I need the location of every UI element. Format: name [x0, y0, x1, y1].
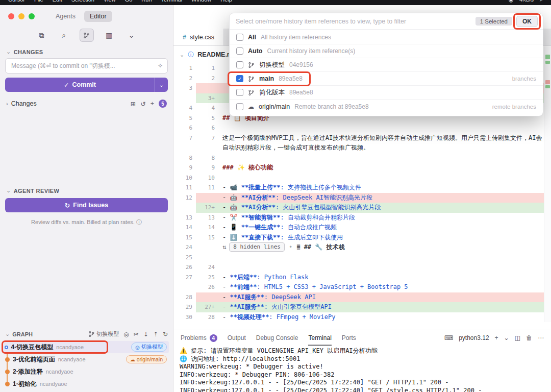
ref-badge[interactable]: ☁origin/main — [126, 355, 167, 363]
quickpick-item--[interactable]: 切换模型04e9156 — [230, 58, 543, 72]
quickpick-item--[interactable]: 简化版本89ea5e8 — [230, 86, 543, 100]
old-line-number: 27 — [173, 273, 196, 283]
checkbox[interactable] — [236, 47, 243, 55]
refresh-icon[interactable]: ↻ — [163, 331, 168, 338]
menu-item-file[interactable]: File — [34, 0, 43, 3]
current-branch-indicator[interactable]: 切换模型 — [88, 330, 119, 338]
commit-dropdown-button[interactable]: ⌄ — [155, 78, 168, 92]
changes-section-header[interactable]: ⌄ CHANGES — [0, 46, 173, 57]
checkbox[interactable] — [236, 34, 243, 41]
hidden-lines-pill[interactable]: 8 hidden lines — [229, 242, 285, 252]
source-control-icon[interactable] — [80, 29, 94, 42]
terminal-dropdown-icon[interactable]: ⌄ — [504, 334, 509, 341]
quickpick-item-all[interactable]: AllAll history item references — [230, 31, 543, 44]
terminal-output[interactable]: ⚠️ 提示: 请设置环境变量 VOLCENGINE_API_KEY 以启用AI分… — [173, 346, 551, 392]
maximize-window-button[interactable] — [29, 13, 35, 19]
commit-row[interactable]: 4-切换豆包模型ncandyaoe◎切换模型 — [3, 341, 169, 353]
commit-row[interactable]: 2-添加注释ncandyaoe — [3, 365, 169, 378]
commit-row[interactable]: 3-优化前端页面ncandyaoe☁origin/main — [3, 353, 169, 365]
quickpick-filter-input[interactable] — [235, 17, 471, 26]
quickpick-item-origin-main[interactable]: ☁origin/mainRemote branch at 89ea5e8remo… — [230, 100, 543, 113]
menu-item-help[interactable]: Help — [220, 0, 232, 3]
ok-button[interactable]: OK — [516, 16, 538, 27]
new-line-number: 11 — [196, 183, 218, 193]
git-branch-icon — [248, 62, 255, 68]
kill-terminal-icon[interactable]: 🗑 — [526, 334, 532, 341]
shell-label[interactable]: python3.12 — [459, 334, 489, 341]
menu-item-cursor[interactable]: Cursor — [8, 0, 25, 3]
extensions-box-icon[interactable]: ⧉ — [35, 29, 49, 42]
push-icon[interactable]: ⇡ — [153, 331, 158, 338]
checkbox[interactable]: ✓ — [236, 75, 243, 82]
menu-item-go[interactable]: Go — [125, 0, 133, 3]
commit-button[interactable]: ✓ Commit ⌄ — [5, 78, 168, 92]
group-label: remote branches — [492, 104, 536, 110]
window-titlebar: AgentsEditor — [0, 5, 173, 28]
agent-review-section-header[interactable]: ⌄ AGENT REVIEW — [0, 185, 173, 196]
menu-item-view[interactable]: View — [104, 0, 116, 3]
panel-tab-output[interactable]: Output — [228, 330, 246, 346]
ref-badge[interactable]: ◎切换模型 — [131, 342, 167, 352]
graph-actions: ◎✂⇣⇡↻ — [123, 331, 168, 338]
menu-item-selection[interactable]: Selection — [71, 0, 94, 3]
chevron-down-icon[interactable]: ⌄ — [124, 29, 139, 42]
minimize-window-button[interactable] — [18, 13, 24, 19]
close-window-button[interactable] — [8, 13, 14, 19]
more-actions-icon[interactable]: ⋯ — [538, 334, 544, 341]
old-line-number: 7 — [173, 133, 196, 153]
quickpick-item-main[interactable]: ✓main89ea5e8branches — [230, 72, 543, 86]
spotlight-icon[interactable]: ⌕ — [540, 0, 543, 3]
new-line-number: 13 — [196, 213, 218, 223]
panel-tab-debug-console[interactable]: Debug Console — [256, 330, 298, 346]
terminal-line: ⚠️ 提示: 请设置环境变量 VOLCENGINE_API_KEY 以启用AI分… — [180, 347, 545, 355]
commit-row[interactable]: 1-初始化ncandyaoe — [3, 378, 169, 390]
stage-file-icon[interactable]: ⊞ — [131, 100, 136, 108]
layout-icon[interactable]: ▥ — [102, 29, 116, 42]
new-line-number: 2 — [196, 74, 218, 84]
search-icon[interactable]: ⌕ — [57, 29, 71, 42]
cherry-pick-icon[interactable]: ✂ — [134, 331, 139, 338]
commit-message-input[interactable] — [10, 62, 155, 70]
changes-tree-row[interactable]: › Changes ⊞↺+ 5 — [0, 97, 173, 110]
titlebar-tab-editor[interactable]: Editor — [84, 11, 112, 22]
commit-author: ncandyaoe — [46, 369, 73, 375]
info-icon[interactable]: ⓘ — [136, 219, 142, 225]
split-terminal-icon[interactable]: ◫ — [515, 334, 520, 341]
graph-section-header[interactable]: ⌄ GRAPH 切换模型 ◎✂⇣⇡↻ — [0, 328, 173, 340]
panel-tab-terminal[interactable]: Terminal — [308, 330, 331, 346]
diff-line-content: - 🤖 **AI分析**: 火山引擎豆包模型智能识别高光片段 — [218, 203, 544, 213]
menu-item-edit[interactable]: Edit — [53, 0, 62, 3]
graph-list: 4-切换豆包模型ncandyaoe◎切换模型3-优化前端页面ncandyaoe☁… — [0, 340, 173, 392]
new-line-number: 7 — [196, 133, 218, 153]
git-branch-icon — [248, 76, 255, 82]
checkbox[interactable] — [236, 61, 243, 68]
quickpick-item-auto[interactable]: AutoCurrent history item reference(s) — [230, 44, 543, 58]
menu-item-terminal[interactable]: Terminal — [161, 0, 183, 3]
titlebar-tab-agents[interactable]: Agents — [50, 11, 81, 22]
section-title: CHANGES — [14, 49, 43, 55]
checkbox[interactable] — [236, 89, 243, 96]
python-env-icon[interactable]: ⌨ — [444, 334, 453, 341]
panel-tab-problems[interactable]: Problems4 — [181, 330, 217, 346]
quickpick-list: AllAll history item referencesAutoCurren… — [230, 30, 543, 113]
new-line-number — [196, 242, 218, 253]
stage-all-icon[interactable]: + — [151, 100, 154, 108]
ai-sparkle-icon[interactable]: ✧ — [158, 62, 163, 69]
checkbox[interactable] — [236, 103, 243, 110]
diff-row: 88 — [173, 153, 544, 163]
menu-item-run[interactable]: Run — [141, 0, 152, 3]
commit-author: ncandyaoe — [58, 356, 86, 362]
new-terminal-icon[interactable]: + — [495, 334, 498, 341]
minimap[interactable] — [544, 46, 551, 322]
panel-tab-ports[interactable]: Ports — [342, 330, 356, 346]
old-line-number: 1 — [173, 63, 196, 74]
pull-icon[interactable]: ⇣ — [143, 331, 148, 338]
expand-hidden-lines-icon[interactable]: ⇅ — [222, 243, 226, 251]
tab-style-css[interactable]: # style.css — [173, 29, 224, 45]
find-issues-button[interactable]: ↻ Find Issues — [5, 198, 168, 212]
diff-row: 99### ✨ 核心功能 — [173, 163, 544, 173]
info-icon: ⓘ — [188, 51, 194, 59]
menu-item-window[interactable]: Window — [191, 0, 211, 3]
target-icon[interactable]: ◎ — [123, 331, 129, 338]
discard-changes-icon[interactable]: ↺ — [140, 100, 145, 108]
